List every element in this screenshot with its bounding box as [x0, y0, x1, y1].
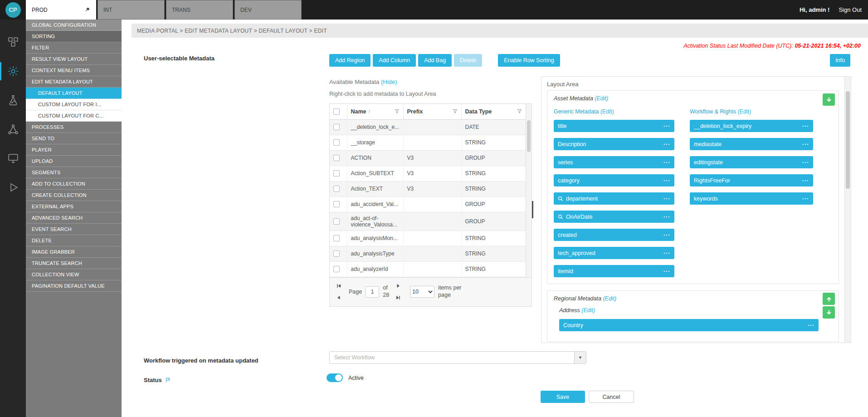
- filter-funnel-icon[interactable]: [517, 109, 522, 114]
- flask-icon[interactable]: [0, 88, 26, 113]
- sidebar-item[interactable]: TRUNCATE SEARCH: [26, 258, 122, 269]
- row-checkbox[interactable]: [333, 266, 340, 272]
- select-all-checkbox[interactable]: [333, 108, 340, 115]
- hierarchy-icon[interactable]: [0, 117, 26, 142]
- chip-menu-dots[interactable]: ...: [663, 231, 670, 239]
- sidebar-item[interactable]: RESULT VIEW LAYOUT: [26, 54, 122, 65]
- sidebar-item[interactable]: EVENT SEARCH: [26, 224, 122, 235]
- sidebar-item[interactable]: UPLOAD: [26, 156, 122, 167]
- metadata-chip[interactable]: keywords ...: [690, 192, 813, 205]
- metadata-chip[interactable]: departement ...: [554, 192, 674, 205]
- previous-page-button[interactable]: [335, 294, 342, 301]
- chip-menu-dots[interactable]: ...: [663, 267, 670, 275]
- metadata-chip[interactable]: tech_approved ...: [554, 247, 674, 259]
- cell-name[interactable]: adu_act-of-violence_Valossa...: [347, 212, 403, 231]
- sidebar-item[interactable]: CUSTOM LAYOUT FOR I...: [26, 99, 122, 110]
- sidebar-item[interactable]: GLOBAL CONFIGURATION: [26, 20, 122, 31]
- metadata-chip[interactable]: category ...: [554, 174, 674, 186]
- panel-splitter[interactable]: [532, 201, 533, 218]
- row-checkbox[interactable]: [333, 139, 340, 146]
- table-row[interactable]: Action_TEXT V3 STRING: [330, 181, 526, 196]
- page-size-select[interactable]: 10: [410, 286, 434, 298]
- cell-name[interactable]: adu_analysisType: [347, 246, 403, 261]
- settings-gear-icon[interactable]: [0, 59, 26, 84]
- metadata-chip[interactable]: itemId ...: [554, 265, 674, 277]
- layout-area-scrollbar[interactable]: [844, 77, 851, 343]
- toolbar-button[interactable]: Add Bag: [418, 54, 452, 67]
- cell-name[interactable]: __storage: [347, 135, 403, 150]
- last-page-button[interactable]: [395, 294, 402, 301]
- page-number-input[interactable]: [366, 286, 379, 298]
- toolbar-button[interactable]: Enable Row Sorting: [498, 54, 560, 67]
- row-checkbox[interactable]: [333, 186, 340, 192]
- first-page-button[interactable]: [335, 282, 342, 289]
- sort-ascending-icon[interactable]: ↑: [368, 108, 371, 115]
- sidebar-item[interactable]: DEFAULT LAYOUT: [26, 88, 122, 99]
- table-row[interactable]: adu_analysisType STRING: [330, 246, 526, 261]
- table-row[interactable]: ACTION V3 GROUP: [330, 150, 526, 166]
- cell-name[interactable]: Action_TEXT: [347, 181, 403, 196]
- cell-name[interactable]: ACTION: [347, 150, 403, 166]
- environment-tab[interactable]: PROD: [26, 0, 96, 20]
- monitor-icon[interactable]: [0, 146, 26, 171]
- row-checkbox[interactable]: [333, 124, 340, 130]
- environment-tab[interactable]: DEV: [234, 0, 302, 20]
- chevron-down-icon[interactable]: ▼: [574, 352, 586, 363]
- sign-out-link[interactable]: Sign Out: [839, 6, 862, 13]
- metadata-chip[interactable]: editingstate ...: [690, 156, 813, 168]
- column-header-datatype[interactable]: Data Type: [461, 104, 526, 119]
- table-row[interactable]: __deletion_lock_e... DATE: [330, 119, 526, 135]
- status-toggle[interactable]: [327, 373, 343, 382]
- player-icon[interactable]: [0, 175, 26, 200]
- row-checkbox[interactable]: [333, 201, 340, 207]
- sidebar-item[interactable]: SORTING: [26, 31, 122, 42]
- sidebar-item[interactable]: PAGINATION DEFAULT VALUE: [26, 280, 122, 292]
- sidebar-item[interactable]: SEND TO: [26, 133, 122, 144]
- hide-link[interactable]: (Hide): [381, 78, 397, 85]
- app-logo[interactable]: CP: [5, 2, 21, 18]
- cell-name[interactable]: adu_analyzerId: [347, 261, 403, 277]
- chip-menu-dots[interactable]: ...: [663, 177, 670, 185]
- sidebar-item[interactable]: SEGMENTS: [26, 167, 122, 178]
- sidebar-item[interactable]: CUSTOM LAYOUT FOR C...: [26, 110, 122, 122]
- sidebar-item[interactable]: ADD TO COLLECTION: [26, 178, 122, 190]
- sidebar-item[interactable]: IMAGE GRABBER: [26, 246, 122, 258]
- sidebar-item[interactable]: FILTER: [26, 42, 122, 54]
- workflow-rights-edit-link[interactable]: (Edit): [737, 108, 751, 115]
- cell-name[interactable]: adu_analysisMon...: [347, 231, 403, 246]
- grid-scrollbar[interactable]: [526, 104, 532, 277]
- address-edit-link[interactable]: (Edit): [581, 307, 595, 314]
- sidebar-item[interactable]: PLAYER: [26, 144, 122, 156]
- table-row[interactable]: adu_analysisMon... STRING: [330, 231, 526, 246]
- metadata-chip[interactable]: Country ...: [559, 319, 819, 331]
- metadata-chip[interactable]: __deletion_lock_expiry ...: [690, 120, 813, 132]
- sidebar-item[interactable]: PROCESSES: [26, 122, 122, 133]
- chip-menu-dots[interactable]: ...: [802, 122, 809, 130]
- chip-menu-dots[interactable]: ...: [663, 195, 670, 203]
- column-header-name[interactable]: Name ↑: [347, 104, 403, 119]
- move-section-down-button[interactable]: [823, 306, 835, 319]
- info-button[interactable]: Info: [830, 54, 850, 67]
- table-row[interactable]: __storage STRING: [330, 135, 526, 150]
- chip-menu-dots[interactable]: ...: [802, 158, 809, 167]
- metadata-chip[interactable]: title ...: [554, 120, 674, 132]
- table-row[interactable]: Action_SUBTEXT V3 STRING: [330, 166, 526, 181]
- column-header-prefix[interactable]: Prefix: [403, 104, 461, 119]
- sidebar-item[interactable]: ADVANCED SEARCH: [26, 212, 122, 224]
- table-row[interactable]: adu_act-of-violence_Valossa... GROUP: [330, 212, 526, 231]
- next-page-button[interactable]: [395, 282, 402, 289]
- cell-name[interactable]: Action_SUBTEXT: [347, 166, 403, 181]
- cell-name[interactable]: __deletion_lock_e...: [347, 119, 403, 135]
- generic-edit-link[interactable]: (Edit): [600, 108, 614, 115]
- toolbar-button[interactable]: Add Region: [329, 54, 371, 67]
- chip-menu-dots[interactable]: ...: [663, 249, 670, 257]
- sidebar-item[interactable]: CREATE COLLECTION: [26, 190, 122, 201]
- chip-menu-dots[interactable]: ...: [663, 140, 670, 148]
- row-checkbox[interactable]: [333, 155, 340, 161]
- chip-menu-dots[interactable]: ...: [802, 195, 809, 203]
- metadata-chip[interactable]: Description ...: [554, 138, 674, 150]
- sidebar-item[interactable]: COLLECTION VIEW: [26, 269, 122, 280]
- row-checkbox[interactable]: [333, 170, 340, 177]
- metadata-chip[interactable]: RightsFreeFor ...: [690, 174, 813, 186]
- move-section-down-button[interactable]: [823, 93, 835, 106]
